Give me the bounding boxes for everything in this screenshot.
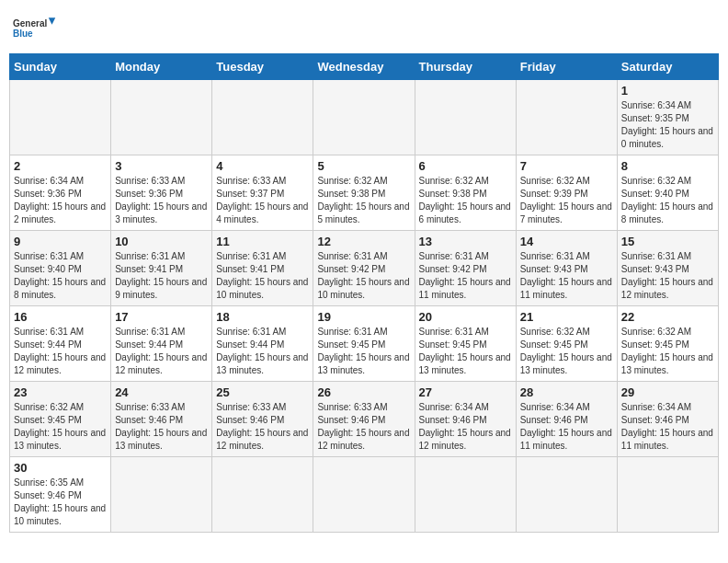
calendar-cell: 5Sunrise: 6:32 AM Sunset: 9:38 PM Daylig… <box>313 155 415 231</box>
calendar-cell: 3Sunrise: 6:33 AM Sunset: 9:36 PM Daylig… <box>111 155 212 231</box>
day-info: Sunrise: 6:31 AM Sunset: 9:41 PM Dayligh… <box>216 250 309 302</box>
calendar-cell: 29Sunrise: 6:34 AM Sunset: 9:46 PM Dayli… <box>617 382 718 457</box>
day-info: Sunrise: 6:32 AM Sunset: 9:38 PM Dayligh… <box>317 175 410 226</box>
day-info: Sunrise: 6:33 AM Sunset: 9:37 PM Dayligh… <box>216 175 309 226</box>
calendar-cell: 15Sunrise: 6:31 AM Sunset: 9:43 PM Dayli… <box>617 231 718 306</box>
day-number: 8 <box>621 159 714 173</box>
calendar-cell: 12Sunrise: 6:31 AM Sunset: 9:42 PM Dayli… <box>313 231 415 306</box>
day-number: 28 <box>520 385 613 399</box>
week-row-4: 23Sunrise: 6:32 AM Sunset: 9:45 PM Dayli… <box>10 382 719 457</box>
day-number: 22 <box>621 310 714 324</box>
day-number: 21 <box>520 310 613 324</box>
calendar-cell: 4Sunrise: 6:33 AM Sunset: 9:37 PM Daylig… <box>212 155 313 231</box>
calendar-cell: 16Sunrise: 6:31 AM Sunset: 9:44 PM Dayli… <box>10 306 111 382</box>
day-number: 10 <box>115 235 208 248</box>
calendar-cell: 8Sunrise: 6:32 AM Sunset: 9:40 PM Daylig… <box>617 155 718 231</box>
day-number: 7 <box>520 159 613 173</box>
calendar-cell <box>212 80 313 155</box>
day-info: Sunrise: 6:31 AM Sunset: 9:41 PM Dayligh… <box>115 250 208 302</box>
day-number: 23 <box>14 385 107 399</box>
day-info: Sunrise: 6:34 AM Sunset: 9:36 PM Dayligh… <box>14 175 107 226</box>
calendar-cell: 25Sunrise: 6:33 AM Sunset: 9:46 PM Dayli… <box>212 382 313 457</box>
calendar-cell: 10Sunrise: 6:31 AM Sunset: 9:41 PM Dayli… <box>111 231 212 306</box>
calendar-cell <box>313 80 415 155</box>
day-info: Sunrise: 6:34 AM Sunset: 9:46 PM Dayligh… <box>621 401 714 453</box>
calendar-cell <box>313 457 415 533</box>
week-row-3: 16Sunrise: 6:31 AM Sunset: 9:44 PM Dayli… <box>10 306 719 382</box>
week-row-5: 30Sunrise: 6:35 AM Sunset: 9:46 PM Dayli… <box>10 457 719 533</box>
day-number: 12 <box>317 235 410 248</box>
calendar-cell: 14Sunrise: 6:31 AM Sunset: 9:43 PM Dayli… <box>516 231 617 306</box>
calendar-cell: 11Sunrise: 6:31 AM Sunset: 9:41 PM Dayli… <box>212 231 313 306</box>
day-info: Sunrise: 6:31 AM Sunset: 9:43 PM Dayligh… <box>621 250 714 302</box>
calendar-cell <box>111 457 212 533</box>
day-info: Sunrise: 6:35 AM Sunset: 9:46 PM Dayligh… <box>14 477 107 528</box>
day-info: Sunrise: 6:31 AM Sunset: 9:42 PM Dayligh… <box>317 250 410 302</box>
day-info: Sunrise: 6:31 AM Sunset: 9:40 PM Dayligh… <box>14 250 107 302</box>
calendar-cell: 7Sunrise: 6:32 AM Sunset: 9:39 PM Daylig… <box>516 155 617 231</box>
calendar-cell <box>415 80 516 155</box>
day-info: Sunrise: 6:32 AM Sunset: 9:45 PM Dayligh… <box>520 326 613 377</box>
calendar-cell: 2Sunrise: 6:34 AM Sunset: 9:36 PM Daylig… <box>10 155 111 231</box>
day-number: 15 <box>621 235 714 248</box>
day-number: 13 <box>419 235 512 248</box>
calendar-table: SundayMondayTuesdayWednesdayThursdayFrid… <box>9 53 719 533</box>
calendar-cell: 30Sunrise: 6:35 AM Sunset: 9:46 PM Dayli… <box>10 457 111 533</box>
calendar-cell: 20Sunrise: 6:31 AM Sunset: 9:45 PM Dayli… <box>415 306 516 382</box>
day-number: 3 <box>115 159 208 173</box>
day-info: Sunrise: 6:31 AM Sunset: 9:44 PM Dayligh… <box>216 326 309 377</box>
week-row-2: 9Sunrise: 6:31 AM Sunset: 9:40 PM Daylig… <box>10 231 719 306</box>
day-info: Sunrise: 6:32 AM Sunset: 9:39 PM Dayligh… <box>520 175 613 226</box>
header-sunday: Sunday <box>10 54 111 80</box>
day-info: Sunrise: 6:32 AM Sunset: 9:45 PM Dayligh… <box>621 326 714 377</box>
header-wednesday: Wednesday <box>313 54 415 80</box>
header-monday: Monday <box>111 54 212 80</box>
day-number: 27 <box>419 385 512 399</box>
day-number: 9 <box>14 235 107 248</box>
generalblue-logo-icon: General Blue <box>13 9 59 48</box>
day-info: Sunrise: 6:31 AM Sunset: 9:45 PM Dayligh… <box>317 326 410 377</box>
day-info: Sunrise: 6:33 AM Sunset: 9:46 PM Dayligh… <box>115 401 208 453</box>
day-number: 4 <box>216 159 309 173</box>
calendar-cell: 1Sunrise: 6:34 AM Sunset: 9:35 PM Daylig… <box>617 80 718 155</box>
day-number: 29 <box>621 385 714 399</box>
header-thursday: Thursday <box>415 54 516 80</box>
calendar-cell: 23Sunrise: 6:32 AM Sunset: 9:45 PM Dayli… <box>10 382 111 457</box>
calendar-header-row: SundayMondayTuesdayWednesdayThursdayFrid… <box>10 54 719 80</box>
day-number: 19 <box>317 310 410 324</box>
day-info: Sunrise: 6:31 AM Sunset: 9:44 PM Dayligh… <box>115 326 208 377</box>
day-info: Sunrise: 6:34 AM Sunset: 9:35 PM Dayligh… <box>621 99 714 151</box>
day-number: 6 <box>419 159 512 173</box>
day-info: Sunrise: 6:33 AM Sunset: 9:46 PM Dayligh… <box>216 401 309 453</box>
day-info: Sunrise: 6:33 AM Sunset: 9:46 PM Dayligh… <box>317 401 410 453</box>
calendar-cell: 19Sunrise: 6:31 AM Sunset: 9:45 PM Dayli… <box>313 306 415 382</box>
page-header: General Blue <box>9 9 719 48</box>
day-info: Sunrise: 6:32 AM Sunset: 9:45 PM Dayligh… <box>14 401 107 453</box>
calendar-cell: 28Sunrise: 6:34 AM Sunset: 9:46 PM Dayli… <box>516 382 617 457</box>
day-info: Sunrise: 6:31 AM Sunset: 9:45 PM Dayligh… <box>419 326 512 377</box>
day-info: Sunrise: 6:31 AM Sunset: 9:44 PM Dayligh… <box>14 326 107 377</box>
header-saturday: Saturday <box>617 54 718 80</box>
calendar-cell: 9Sunrise: 6:31 AM Sunset: 9:40 PM Daylig… <box>10 231 111 306</box>
calendar-cell: 22Sunrise: 6:32 AM Sunset: 9:45 PM Dayli… <box>617 306 718 382</box>
calendar-cell <box>617 457 718 533</box>
calendar-cell: 17Sunrise: 6:31 AM Sunset: 9:44 PM Dayli… <box>111 306 212 382</box>
calendar-cell: 13Sunrise: 6:31 AM Sunset: 9:42 PM Dayli… <box>415 231 516 306</box>
logo: General Blue <box>13 9 59 48</box>
day-info: Sunrise: 6:32 AM Sunset: 9:40 PM Dayligh… <box>621 175 714 226</box>
day-number: 14 <box>520 235 613 248</box>
svg-text:Blue: Blue <box>13 29 33 39</box>
day-number: 17 <box>115 310 208 324</box>
day-number: 26 <box>317 385 410 399</box>
day-number: 16 <box>14 310 107 324</box>
day-info: Sunrise: 6:34 AM Sunset: 9:46 PM Dayligh… <box>520 401 613 453</box>
day-number: 25 <box>216 385 309 399</box>
day-info: Sunrise: 6:31 AM Sunset: 9:42 PM Dayligh… <box>419 250 512 302</box>
day-number: 11 <box>216 235 309 248</box>
week-row-1: 2Sunrise: 6:34 AM Sunset: 9:36 PM Daylig… <box>10 155 719 231</box>
day-info: Sunrise: 6:32 AM Sunset: 9:38 PM Dayligh… <box>419 175 512 226</box>
calendar-cell <box>111 80 212 155</box>
calendar-cell <box>516 80 617 155</box>
calendar-cell: 18Sunrise: 6:31 AM Sunset: 9:44 PM Dayli… <box>212 306 313 382</box>
calendar-cell <box>415 457 516 533</box>
